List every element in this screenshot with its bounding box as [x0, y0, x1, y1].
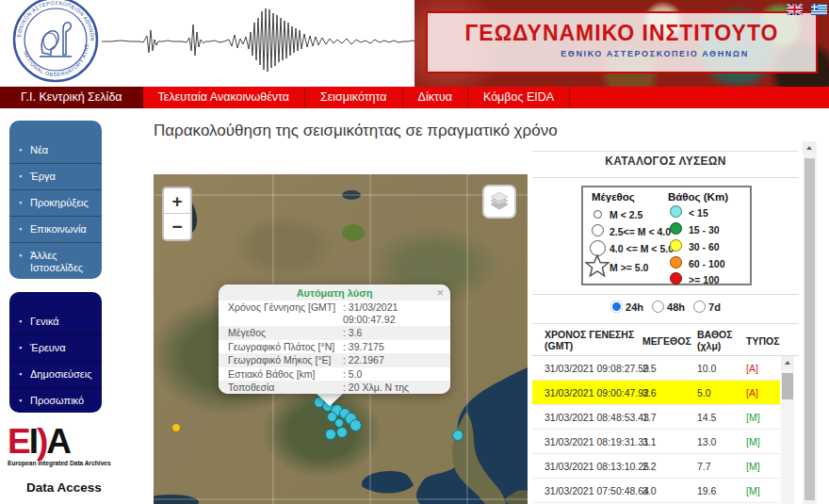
sidebar-item-news[interactable]: Νέα	[9, 138, 102, 163]
legend-label: 30 - 60	[689, 241, 720, 252]
cell-time: 31/03/2021 09:00:47.92	[545, 381, 649, 405]
popup-row-label: Τοποθεσία	[228, 382, 343, 394]
solutions-table: 31/03/2021 09:08:27.59 2.5 10.0 [A] 31/0…	[532, 356, 780, 503]
scrollbar-up-arrow-icon[interactable]	[803, 141, 817, 154]
uk-flag-icon[interactable]	[787, 4, 803, 15]
sidebar-item-general[interactable]: Γενικά	[9, 309, 102, 334]
popup-row-value: : 22.1967	[343, 354, 384, 366]
earthquake-marker[interactable]	[336, 427, 348, 438]
range-option-48h[interactable]: 48h	[652, 301, 685, 313]
sidebar-item-contact[interactable]: Επικοινωνία	[9, 216, 102, 242]
cell-time: 31/03/2021 07:50:48.64	[545, 479, 649, 503]
table-row[interactable]: 31/03/2021 09:08:27.59 2.5 10.0 [A]	[532, 356, 780, 381]
cell-depth: 7.7	[697, 454, 711, 479]
seismogram-trace	[102, 4, 437, 77]
range-label: 24h	[626, 301, 643, 313]
table-header-type: ΤΥΠΟΣ	[746, 335, 779, 347]
sidebar-item-other-sites[interactable]: Άλλες Ιστοσελίδες	[9, 242, 102, 281]
event-popup: × Αυτόματη λύση Χρόνος Γέννησης [GMT]: 3…	[219, 285, 450, 394]
earthquake-marker[interactable]	[452, 430, 463, 441]
legend-label: M >= 5.0	[610, 262, 648, 273]
sidebar-item-calls[interactable]: Προκηρύξεις	[9, 189, 102, 216]
cell-magnitude: 2.5	[642, 356, 657, 381]
divider	[532, 151, 799, 152]
earthquake-marker[interactable]	[325, 429, 336, 440]
earthquake-marker[interactable]	[349, 419, 362, 431]
eida-letter: A	[46, 422, 70, 461]
popup-row-label: Γεωγραφικό Μήκος [°E]	[228, 354, 343, 366]
page-scrollbar-thumb[interactable]	[805, 158, 815, 500]
legend-depth-header: Βάθος (Km)	[668, 191, 728, 203]
legend-label: M < 2.5	[610, 209, 642, 220]
radio-24h-selected[interactable]	[610, 301, 623, 313]
page-scrollbar[interactable]	[803, 141, 817, 504]
time-range-selector: 24h 48h 7d	[532, 301, 799, 313]
legend-label: < 15	[689, 207, 708, 219]
radio-7d[interactable]	[693, 301, 706, 313]
depth-dot	[670, 222, 682, 235]
table-row-highlighted[interactable]: 31/03/2021 09:00:47.92 3.6 5.0 [A]	[532, 381, 780, 405]
range-option-24h[interactable]: 24h	[610, 301, 643, 313]
sidebar-item-personnel[interactable]: Προσωπικό	[9, 387, 102, 414]
map-legend: Μέγεθος M < 2.5 2.5<= M < 4.0 4.0 <= M <…	[581, 186, 752, 285]
table-row[interactable]: 31/03/2021 08:13:10.25 2.2 7.7 [M]	[532, 454, 780, 479]
popup-row-value: : 31/03/2021 09:00:47.92	[343, 301, 441, 325]
popup-close-icon[interactable]: ×	[436, 285, 444, 300]
sidebar-item-publications[interactable]: Δημοσιεύσεις	[9, 361, 102, 387]
nav-item-eida-node[interactable]: Κόμβος EIDA	[468, 87, 570, 108]
magnitude-star-icon	[585, 253, 610, 278]
range-label: 7d	[708, 301, 721, 313]
nav-item-home[interactable]: Γ.Ι. Κεντρική Σελίδα	[0, 87, 143, 108]
cell-depth: 14.5	[697, 405, 716, 430]
data-access-link[interactable]: Data Access	[26, 480, 102, 495]
nav-item-seismicity[interactable]: Σεισμικότητα	[305, 87, 403, 108]
sidebar-panel-top: Νέα Έργα Προκηρύξεις Επικοινωνία Άλλες Ι…	[9, 121, 102, 279]
zoom-in-button[interactable]: +	[164, 188, 190, 214]
map-layers-button[interactable]	[482, 185, 516, 219]
seismicity-map[interactable]: + − × Αυτόματη λύση Χρόνος Γέννησης [GMT…	[154, 174, 528, 504]
popup-row-value: : 5.0	[343, 368, 362, 381]
popup-row-value: : 3.6	[343, 327, 362, 339]
cell-depth: 19.6	[697, 479, 716, 503]
cell-time: 31/03/2021 09:08:27.59	[545, 356, 649, 381]
cell-depth: 10.0	[697, 356, 716, 381]
layers-icon	[488, 190, 511, 213]
radio-48h[interactable]	[652, 301, 664, 313]
popup-row-value: : 20 Χλμ. N της Ελασσόνας	[343, 382, 441, 394]
table-row[interactable]: 31/03/2021 08:48:53.43 1.7 14.5 [M]	[532, 405, 780, 430]
range-option-7d[interactable]: 7d	[693, 301, 721, 313]
institute-banner: ΓΕΩΔΥΝΑΜΙΚΟ ΙΝΣΤΙΤΟΥΤΟ ΕΘΝΙΚΟ ΑΣΤΕΡΟΣΚΟΠ…	[414, 0, 829, 87]
nav-item-networks[interactable]: Δίκτυα	[403, 87, 468, 108]
institute-subtitle: ΕΘΝΙΚΟ ΑΣΤΕΡΟΣΚΟΠΕΙΟ ΑΘΗΝΩΝ	[494, 49, 816, 58]
depth-dot	[670, 272, 682, 285]
cell-depth: 5.0	[697, 381, 711, 405]
scrollbar-up-arrow-icon[interactable]	[781, 356, 794, 369]
table-scrollbar[interactable]	[781, 356, 794, 504]
page-title: Παρακολούθηση της σεισμικότητας σε πραγμ…	[154, 122, 558, 140]
nav-item-announcements[interactable]: Τελευταία Ανακοινωθέντα	[143, 87, 305, 108]
popup-title: Αυτόματη λύση	[219, 285, 450, 301]
legend-label: >= 100	[689, 274, 720, 285]
divider	[532, 177, 799, 178]
earthquake-marker-yellow[interactable]	[171, 423, 181, 432]
popup-row-label: Γεωγραφικό Πλάτος [°N]	[228, 341, 343, 353]
cell-type: [M]	[746, 479, 760, 503]
banner-title-box: ΓΕΩΔΥΝΑΜΙΚΟ ΙΝΣΤΙΤΟΥΤΟ ΕΘΝΙΚΟ ΑΣΤΕΡΟΣΚΟΠ…	[426, 11, 818, 73]
magnitude-circle-medium	[592, 224, 604, 236]
table-scrollbar-thumb[interactable]	[782, 373, 793, 399]
table-header-depth-unit: (χλμ)	[697, 340, 721, 351]
header: ΕΘΝΙΚΟΝ ΑΣΤΕΡΟΣΚΟΠΕΙΟΝ ΑΘΗΝΩΝ NATIONAL O…	[0, 0, 829, 87]
cell-type: [A]	[746, 381, 758, 405]
table-row[interactable]: 31/03/2021 07:50:48.64 3.0 19.6 [M]	[532, 479, 780, 503]
table-header-time-unit: (GMT)	[545, 340, 573, 351]
eida-logo[interactable]: EI)A European Integrated Data Archives	[8, 424, 139, 466]
table-row[interactable]: 31/03/2021 08:19:31.31 3.1 13.0 [M]	[532, 430, 780, 454]
map-zoom-control: + −	[162, 187, 192, 241]
zoom-out-button[interactable]: −	[164, 214, 190, 239]
sidebar-item-research[interactable]: Έρευνα	[9, 334, 102, 361]
popup-row-label: Μέγεθος	[228, 327, 343, 339]
greece-flag-icon[interactable]	[811, 4, 827, 15]
sidebar-item-projects[interactable]: Έργα	[9, 163, 102, 189]
popup-row-label: Χρόνος Γέννησης [GMT]	[228, 301, 343, 325]
legend-label: 60 - 100	[689, 258, 725, 269]
